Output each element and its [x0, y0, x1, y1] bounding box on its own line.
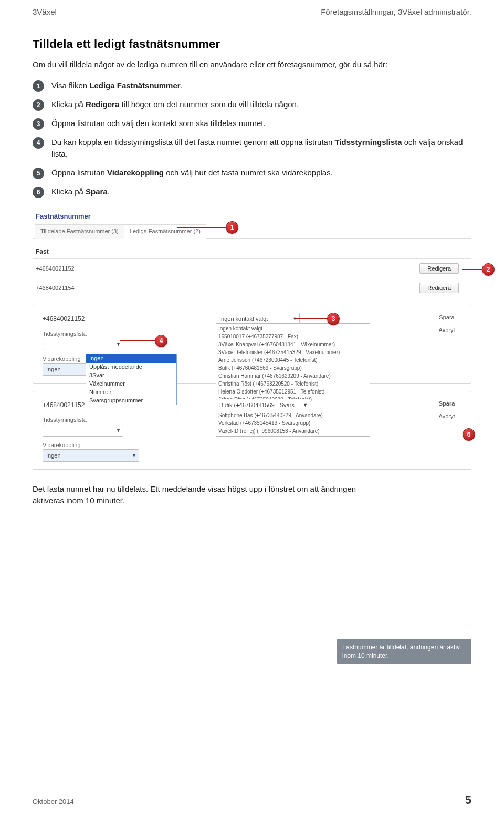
vk-label: Vidarekoppling — [43, 442, 461, 448]
save-button[interactable]: Spara — [432, 399, 461, 408]
vk-option[interactable]: Svarsgruppsnummer — [86, 396, 176, 405]
outro-text: Det fasta numret har nu tilldelats. Ett … — [33, 483, 363, 506]
contact-option[interactable]: Christian Hammar (+46761629209 - Använda… — [218, 372, 368, 380]
table-row: +46840021152 Redigera — [33, 258, 471, 278]
contact-option[interactable]: Butik (+46760481569 - Svarsgrupp) — [218, 364, 368, 372]
number-cell: +46840021154 — [36, 285, 75, 291]
vk-option[interactable]: Ingen — [86, 354, 176, 363]
step-4: Du kan koppla en tidsstyrningslista till… — [33, 137, 471, 160]
tss-label: Tidsstyrningslista — [43, 417, 461, 423]
callout-1: 1 — [226, 221, 238, 234]
vk-dropdown[interactable]: Ingen Upplåst meddelande 3Svar Växelnumm… — [86, 354, 177, 405]
callout-4: 4 — [155, 335, 167, 347]
vk-select[interactable]: Ingen▼ — [43, 449, 139, 462]
table-row: +46840021154 Redigera — [33, 278, 471, 297]
edit-button[interactable]: Redigera — [419, 263, 459, 274]
vk-option[interactable]: Nummer — [86, 388, 176, 396]
number-cell: +46840021152 — [36, 265, 75, 272]
step-3: Öppna listrutan och välj den kontakt som… — [33, 118, 471, 129]
tab-assigned[interactable]: Tilldelade Fastnätsnummer (3) — [35, 224, 124, 239]
callout-2: 2 — [482, 263, 495, 276]
step-5: Öppna listrutan Vidarekoppling och välj … — [33, 167, 471, 179]
contact-option[interactable]: Arne Jonsson (+46723000445 - Telefonist) — [218, 356, 368, 364]
page-title: Tilldela ett ledigt fastnätsnummer — [33, 37, 471, 51]
chevron-down-icon: ▼ — [113, 428, 121, 433]
chevron-down-icon: ▼ — [129, 453, 136, 458]
cancel-button[interactable]: Avbryt — [432, 411, 461, 421]
step-1: Visa fliken Lediga Fastnätsnummer. — [33, 80, 471, 91]
chevron-down-icon: ▼ — [113, 341, 121, 347]
step-2: Klicka på Redigera till höger om det num… — [33, 99, 471, 110]
tss-select[interactable]: -▼ — [43, 424, 123, 437]
tss-select[interactable]: -▼ — [43, 338, 123, 350]
contact-option[interactable]: Ingen kontakt valgt — [218, 325, 368, 333]
expanded-number: +46840021152 — [43, 315, 216, 323]
panel-title: Fastnätsnummer — [33, 207, 471, 224]
save-button[interactable]: Spara — [432, 313, 461, 322]
contact-option[interactable]: Christina Röst (+46763220520 - Telefonis… — [218, 380, 368, 388]
vk-option[interactable]: Växelnummer — [86, 379, 176, 388]
contact-option[interactable]: 165018017 (+46735277987 - Fax) — [218, 333, 368, 340]
vk-option[interactable]: 3Svar — [86, 371, 176, 379]
brand-header: 3Växel — [33, 7, 57, 16]
edit-button[interactable]: Redigera — [419, 283, 459, 293]
contact-option[interactable]: 3Växel Telefonister (+46735415329 - Växe… — [218, 348, 368, 356]
doc-section: Företagsinställningar, 3Växel administra… — [321, 7, 471, 16]
intro-text: Om du vill tilldela något av de lediga n… — [33, 59, 471, 70]
callout-3: 3 — [327, 313, 340, 325]
cancel-button[interactable]: Avbryt — [432, 325, 461, 335]
contact-select[interactable]: Butik (+46760481569 - Svars▼ — [216, 399, 310, 411]
vk-option[interactable]: Upplåst meddelande — [86, 363, 176, 371]
step-6: Klicka på Spara. — [33, 186, 471, 198]
contact-option[interactable]: 3Växel Knappval (+46760481341 - Växelnum… — [218, 340, 368, 348]
column-header-fast: Fast — [33, 242, 471, 258]
chevron-down-icon: ▼ — [300, 402, 308, 408]
